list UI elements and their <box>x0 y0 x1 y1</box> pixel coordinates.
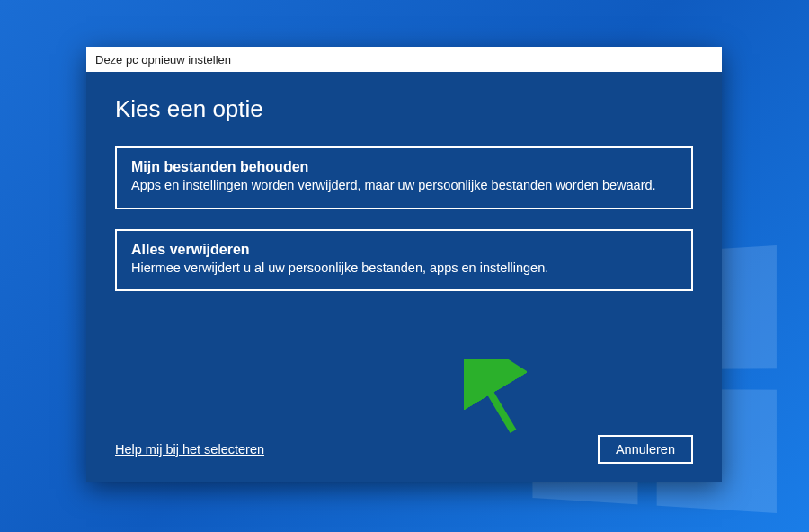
help-link[interactable]: Help mij bij het selecteren <box>115 442 264 457</box>
annotation-arrow-icon <box>464 359 527 440</box>
dialog-footer: Help mij bij het selecteren Annuleren <box>115 435 693 464</box>
option-remove-everything-title: Alles verwijderen <box>131 242 677 258</box>
reset-pc-dialog: Deze pc opnieuw instellen Kies een optie… <box>86 47 722 482</box>
option-keep-files[interactable]: Mijn bestanden behouden Apps en instelli… <box>115 146 693 209</box>
option-remove-everything-description: Hiermee verwijdert u al uw persoonlijke … <box>131 260 677 278</box>
cancel-button[interactable]: Annuleren <box>598 435 693 464</box>
dialog-title: Deze pc opnieuw instellen <box>95 53 231 66</box>
option-keep-files-title: Mijn bestanden behouden <box>131 159 677 175</box>
dialog-titlebar: Deze pc opnieuw instellen <box>86 47 722 72</box>
option-remove-everything[interactable]: Alles verwijderen Hiermee verwijdert u a… <box>115 229 693 292</box>
svg-line-0 <box>480 376 513 431</box>
dialog-heading: Kies een optie <box>115 95 693 123</box>
option-keep-files-description: Apps en instellingen worden verwijderd, … <box>131 177 677 195</box>
dialog-content: Kies een optie Mijn bestanden behouden A… <box>86 72 722 482</box>
